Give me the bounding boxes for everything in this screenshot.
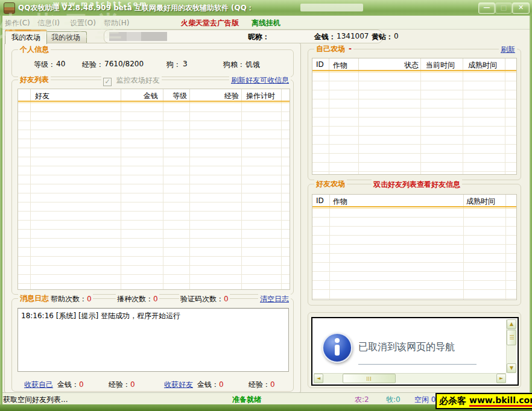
level-label: 等级： xyxy=(34,60,55,70)
bkill-ad-badge[interactable]: 必杀客 www.bkill.com xyxy=(435,393,532,409)
window-left-edge xyxy=(0,16,2,411)
col-id[interactable]: ID xyxy=(316,196,324,205)
thumb-grip xyxy=(367,377,372,381)
log-textbox[interactable]: 18:16:16 [系统] [提示] 登陆成功，程序开始运行 xyxy=(17,308,289,372)
app-window: QQ农牧助理 V2.8.48.909 beta 互联网最好用的农牧辅助软件 (Q… xyxy=(0,0,532,411)
friend-exp: 经验：0 xyxy=(249,380,275,390)
account-number-blur xyxy=(109,32,167,41)
col-money[interactable]: 金钱 xyxy=(144,91,158,101)
app-icon xyxy=(4,2,15,14)
embedded-browser[interactable]: 已取消到该网页的导航 ▲ ▼ ◄ ► xyxy=(311,317,519,386)
refresh-harvestable-link[interactable]: 刷新好友可收信息 xyxy=(229,75,291,86)
col-friend[interactable]: 好友 xyxy=(35,91,49,101)
dog-value: 3 xyxy=(183,60,188,68)
badge-name: 必杀客 xyxy=(439,395,466,407)
help-counter: 帮助次数：0 xyxy=(49,294,93,304)
col-ripe[interactable]: 成熟时间 xyxy=(468,60,497,71)
col-crop[interactable]: 作物 xyxy=(333,196,347,207)
window-right-edge xyxy=(530,16,532,411)
horizontal-scroll-thumb[interactable] xyxy=(343,374,396,383)
menu-info[interactable]: 信息(I) xyxy=(37,18,60,28)
col-status[interactable]: 状态 xyxy=(404,60,419,71)
browser-separator xyxy=(358,364,477,365)
scroll-up-icon[interactable]: ▲ xyxy=(507,319,516,329)
scroll-left-icon[interactable]: ◄ xyxy=(314,374,323,383)
dog-label: 狗： xyxy=(166,60,181,70)
own-farm-title: 自己农场 xyxy=(314,44,347,54)
col-exp[interactable]: 经验 xyxy=(224,91,239,101)
harvest-friend-link[interactable]: 收获好友 xyxy=(164,380,193,390)
harvest-self-link[interactable]: 收获自己 xyxy=(24,380,53,390)
watermark-url: www.matchtt.com xyxy=(53,0,148,8)
tab-my-ranch[interactable]: 我的牧场 xyxy=(45,31,87,43)
own-farm-refresh-link[interactable]: 刷新 xyxy=(499,45,517,55)
col-id[interactable]: ID xyxy=(316,60,324,69)
captcha-counter: 验证码次数：0 xyxy=(179,294,230,304)
vertical-scrollbar[interactable]: ▲ ▼ xyxy=(506,319,516,373)
dogfood-value: 饥饿 xyxy=(245,60,260,70)
friend-farm-hint: 双击好友列表查看好友信息 xyxy=(372,180,462,190)
status-ranch-count: 牧:0 xyxy=(386,395,401,405)
scroll-right-icon[interactable]: ► xyxy=(496,374,506,383)
account-bar: 昵称： 金钱： 1341007 黄钻： 0 xyxy=(104,30,382,43)
dogfood-label: 狗粮： xyxy=(223,60,245,70)
browser-group: 已取消到该网页的导航 ▲ ▼ ◄ ► xyxy=(308,312,521,388)
vertical-scroll-thumb[interactable] xyxy=(507,330,516,345)
col-crop[interactable]: 作物 xyxy=(333,60,347,71)
col-now[interactable]: 当前时间 xyxy=(426,60,455,71)
money-label: 金钱： xyxy=(314,32,336,42)
self-exp: 经验：0 xyxy=(109,380,135,390)
own-farm-body[interactable] xyxy=(312,72,516,174)
ad-free-link[interactable]: 火柴天堂去广告版 xyxy=(181,18,239,28)
friend-farm-body[interactable] xyxy=(312,209,516,300)
menu-settings[interactable]: 设置(O) xyxy=(70,18,96,28)
nickname-label: 昵称： xyxy=(248,32,270,42)
qq-number-blur xyxy=(300,4,363,11)
scroll-down-icon[interactable]: ▼ xyxy=(507,363,516,373)
personal-info-group: 个人信息 等级： 40 经验： 7610/8200 狗： 3 狗粮： 饥饿 xyxy=(11,49,294,77)
exp-value: 7610/8200 xyxy=(104,60,144,68)
col-ripe[interactable]: 成熟时间 xyxy=(466,196,495,207)
message-log-title: 消息日志 xyxy=(18,293,51,304)
log-entry: 18:16:16 [系统] [提示] 登陆成功，程序开始运行 xyxy=(21,312,180,320)
message-log-group: 消息日志 帮助次数：0 播种次数：0 验证码次数：0 清空日志 18:16:16… xyxy=(11,298,294,392)
friend-list-title: 好友列表 xyxy=(18,75,51,85)
maximize-button[interactable]: □ xyxy=(495,2,512,14)
sow-counter: 播种次数：0 xyxy=(116,294,159,304)
own-farm-marker: - xyxy=(347,45,353,53)
friend-farm-title: 好友农场 xyxy=(314,179,347,189)
self-money: 金钱：0 xyxy=(57,380,84,390)
exp-label: 经验： xyxy=(82,60,104,70)
diamond-label: 黄钻： xyxy=(372,32,393,42)
friend-farm-table[interactable]: ID 作物 成熟时间 xyxy=(312,194,517,300)
personal-info-title: 个人信息 xyxy=(18,45,51,55)
title-bar[interactable]: QQ农牧助理 V2.8.48.909 beta 互联网最好用的农牧辅助软件 (Q… xyxy=(0,0,532,16)
status-farm-count: 农:2 xyxy=(355,395,369,405)
harvest-summary-row: 收获自己 金钱：0 经验：0 收获好友 金钱：0 经验：0 xyxy=(12,380,293,389)
own-farm-table[interactable]: ID 作物 状态 当前时间 成熟时间 xyxy=(312,58,517,175)
offline-hang-link[interactable]: 离线挂机 xyxy=(252,18,280,28)
close-button[interactable]: ✕ xyxy=(512,2,530,14)
menu-help[interactable]: 帮助(H) xyxy=(104,18,129,28)
friend-money: 金钱：0 xyxy=(197,380,224,390)
minimize-button[interactable]: — xyxy=(478,2,495,14)
badge-url: www.bkill.com xyxy=(469,396,532,407)
farm-tab-page: 个人信息 等级： 40 经验： 7610/8200 狗： 3 狗粮： 饥饿 好友… xyxy=(4,43,301,393)
own-farm-group: 自己农场 - 刷新 ID 作物 状态 当前时间 成熟时间 xyxy=(308,49,521,180)
thumb-grip xyxy=(510,335,514,340)
col-timer[interactable]: 操作计时 xyxy=(246,91,275,101)
horizontal-scrollbar[interactable]: ◄ ► xyxy=(314,373,506,383)
tab-my-farm[interactable]: 我的农场 xyxy=(5,30,47,44)
menu-operate[interactable]: 操作(C) xyxy=(5,18,30,28)
menu-bar: 操作(C) 信息(I) 设置(O) 帮助(H) 火柴天堂去广告版 离线挂机 xyxy=(0,16,532,30)
friend-farm-group: 好友农场 双击好友列表查看好友信息 ID 作物 成熟时间 xyxy=(308,184,521,306)
friend-list-table[interactable]: 好友 金钱 等级 经验 操作计时 xyxy=(17,89,290,290)
col-level[interactable]: 等级 xyxy=(173,91,187,101)
clear-log-link[interactable]: 清空日志 xyxy=(258,294,291,304)
monitor-checkbox-row: ✓ 监控农场好友 xyxy=(101,75,162,86)
friend-list-body[interactable] xyxy=(18,103,290,289)
monitor-checkbox[interactable]: ✓ xyxy=(103,78,112,86)
status-ready: 准备就绪 xyxy=(232,395,261,405)
status-left-text: 获取空间好友列表... xyxy=(3,395,68,405)
diamond-value: 0 xyxy=(394,32,399,40)
